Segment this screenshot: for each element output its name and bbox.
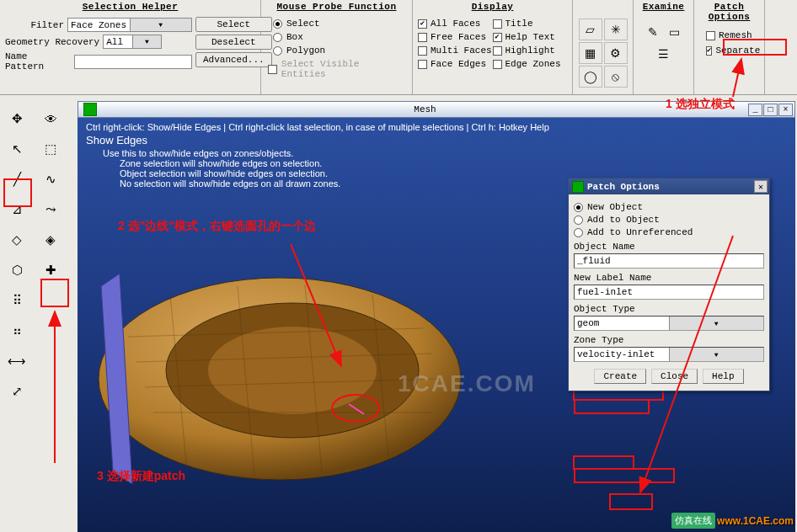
app-icon xyxy=(83,103,97,116)
name-pattern-label: Name Pattern xyxy=(5,51,71,72)
geom-recovery-label: Geometry Recovery xyxy=(5,37,99,47)
loop-icon[interactable]: ◯ xyxy=(579,66,602,88)
patch-options-dialog: Patch Options ✕ New Object Add to Object… xyxy=(568,178,770,391)
polyline-icon[interactable]: ⤳ xyxy=(38,197,63,222)
add-to-unref-radio[interactable]: Add to Unreferenced xyxy=(574,227,764,237)
create-button[interactable]: Create xyxy=(594,369,646,384)
dots-icon[interactable]: ⠿ xyxy=(4,288,29,313)
burst-icon[interactable]: ✳ xyxy=(604,19,628,40)
box-icon[interactable]: ▱ xyxy=(579,19,602,40)
top-toolbar: Selection Helper Filter Face Zones ▼ Geo… xyxy=(0,0,797,95)
filter-dropdown[interactable]: Face Zones ▼ xyxy=(67,18,192,32)
mouse-probe-title: Mouse Probe Function xyxy=(266,0,407,15)
filter-label: Filter xyxy=(5,20,64,30)
logo-url: www.1CAE.com xyxy=(717,515,794,527)
square-icon[interactable]: ◇ xyxy=(4,227,29,253)
examine-title: Examine xyxy=(643,0,685,15)
eye-icon[interactable]: 👁 xyxy=(38,106,63,131)
probe-polygon-radio[interactable]: Polygon xyxy=(266,45,407,56)
side-toolbar: ✥ ↖ ╱ ⊿ ◇ ⬡ ⠿ ⠶ ⟷ ⤢ 👁 ⬚ ∿ ⤳ ◈ ✚ xyxy=(0,101,67,409)
maximize-button[interactable]: □ xyxy=(763,104,778,116)
patch-options-title: Patch Options xyxy=(699,0,759,25)
anno-1: 1 选独立模式 xyxy=(666,97,735,112)
site-logo: 仿真在线 www.1CAE.com xyxy=(671,513,794,529)
line-icon[interactable]: ╱ xyxy=(4,167,29,192)
select-arrow-icon[interactable]: ↖ xyxy=(4,136,29,162)
name-pattern-input[interactable] xyxy=(74,55,192,69)
geom-recovery-dropdown[interactable]: All ▼ xyxy=(103,35,162,49)
hide-icon[interactable]: ⦸ xyxy=(604,66,628,88)
gear-icon[interactable]: ⚙ xyxy=(604,42,628,64)
minimize-button[interactable]: _ xyxy=(748,104,762,116)
dialog-close-button[interactable]: ✕ xyxy=(754,180,768,193)
new-label-label: New Label Name xyxy=(574,273,764,283)
view-icons-section: ▱ ✳ ▦ ⚙ ◯ ⦸ xyxy=(573,0,634,94)
plus-icon[interactable]: ✚ xyxy=(38,258,63,283)
mesh-title: Mesh xyxy=(102,104,748,114)
examine-section: Examine ✎ ▭ ☰ xyxy=(634,0,694,94)
face-edges-check[interactable]: Face Edges xyxy=(418,59,493,69)
select-dots-icon[interactable]: ⠶ xyxy=(4,318,29,343)
edge-zones-check[interactable]: Edge Zones xyxy=(493,59,568,69)
edit-icon[interactable]: ✎ xyxy=(643,22,663,42)
dialog-icon xyxy=(572,181,584,193)
visible-entities-check[interactable]: Select Visible Entities xyxy=(266,59,407,79)
display-title: Display xyxy=(418,0,567,15)
multi-faces-check[interactable]: Multi Faces xyxy=(418,45,493,56)
all-faces-check[interactable]: All Faces xyxy=(418,19,493,29)
svg-point-2 xyxy=(208,327,377,414)
zone-type-label: Zone Type xyxy=(574,335,764,345)
triangle-icon[interactable]: ⊿ xyxy=(4,197,29,222)
object-type-label: Object Type xyxy=(574,304,764,314)
close-button[interactable]: × xyxy=(778,104,793,116)
anno-3: 3 选择新建patch xyxy=(97,469,185,484)
surface-icon[interactable]: ◈ xyxy=(38,227,63,253)
zone-type-select[interactable]: velocity-inlet▼ xyxy=(574,347,764,362)
title-check[interactable]: Title xyxy=(493,19,568,29)
anno-2: 2 选"边线"模式，右键选圆孔的一个边 xyxy=(118,219,316,234)
watermark: 1CAE.COM xyxy=(398,370,536,397)
cube-icon[interactable]: ⬡ xyxy=(4,258,29,283)
ruler1-icon[interactable]: ⟷ xyxy=(4,348,29,374)
help-text-check[interactable]: Help Text xyxy=(493,32,568,42)
selection-helper-title: Selection Helper xyxy=(5,0,255,15)
separate-check[interactable]: Separate xyxy=(706,45,759,56)
new-label-input[interactable] xyxy=(574,285,764,300)
probe-box-radio[interactable]: Box xyxy=(266,32,407,42)
geom-recovery-value: All xyxy=(104,37,132,47)
dialog-title: Patch Options xyxy=(587,182,754,192)
object-name-label: Object Name xyxy=(574,242,764,252)
selection-helper-section: Selection Helper Filter Face Zones ▼ Geo… xyxy=(0,0,261,94)
display-section: Display All Faces Free Faces Multi Faces… xyxy=(413,0,573,94)
help-button[interactable]: Help xyxy=(703,369,743,384)
logo-cn: 仿真在线 xyxy=(671,513,715,529)
ruler2-icon[interactable]: ⤢ xyxy=(4,379,29,404)
mouse-probe-section: Mouse Probe Function Select Box Polygon … xyxy=(261,0,413,94)
mesh-icon[interactable]: ▦ xyxy=(579,42,602,64)
probe-select-radio[interactable]: Select xyxy=(266,19,407,29)
object-name-input[interactable] xyxy=(574,253,764,269)
list-icon[interactable]: ☰ xyxy=(654,44,674,64)
close-button[interactable]: Close xyxy=(651,369,698,384)
remesh-check[interactable]: Remesh xyxy=(706,30,759,40)
filter-value: Face Zones xyxy=(68,20,130,30)
free-faces-check[interactable]: Free Faces xyxy=(418,32,493,42)
patch-options-section: Patch Options Remesh Separate xyxy=(694,0,765,94)
chevron-down-icon: ▼ xyxy=(669,317,764,330)
dialog-title-bar[interactable]: Patch Options ✕ xyxy=(569,178,769,194)
object-type-select[interactable]: geom▼ xyxy=(574,316,764,331)
chevron-down-icon[interactable]: ▼ xyxy=(132,35,162,48)
highlight-check[interactable]: Highlight xyxy=(493,45,568,56)
chevron-down-icon: ▼ xyxy=(669,348,764,361)
chevron-down-icon[interactable]: ▼ xyxy=(130,19,192,31)
box3d-icon[interactable]: ⬚ xyxy=(38,136,63,162)
curve-icon[interactable]: ∿ xyxy=(38,167,63,192)
axis-icon[interactable]: ✥ xyxy=(4,106,29,131)
rect-icon[interactable]: ▭ xyxy=(665,22,685,42)
add-to-object-radio[interactable]: Add to Object xyxy=(574,215,764,225)
new-object-radio[interactable]: New Object xyxy=(574,202,764,212)
